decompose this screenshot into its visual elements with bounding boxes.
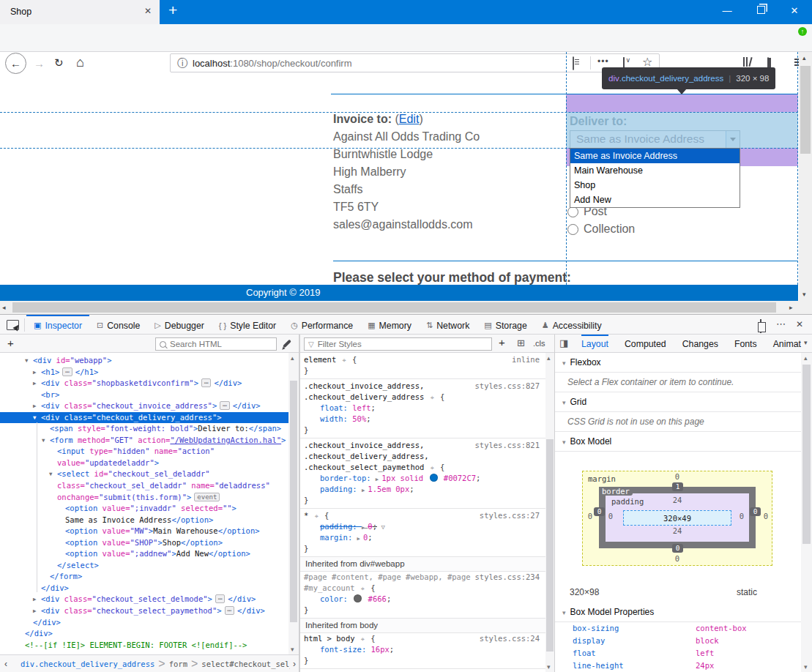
window-minimize-button[interactable]: —	[712, 5, 742, 20]
markup-line[interactable]: ▼<form method="GET" action="/WebUpdating…	[0, 435, 288, 447]
window-close-button[interactable]: ✕	[780, 5, 809, 20]
back-button[interactable]: ←	[5, 53, 26, 74]
padding-top-value[interactable]: 24	[670, 496, 685, 504]
markup-line[interactable]: <option value="MW">Main Warehouse</optio…	[0, 526, 288, 537]
browser-tab[interactable]: Shop ✕	[0, 0, 160, 24]
markup-line[interactable]: <option value=";invaddr" selected="">	[0, 503, 288, 515]
filter-styles-input[interactable]: ▽ Filter Styles	[304, 337, 492, 351]
markup-line[interactable]: onchange="submit(this.form)">event	[0, 492, 288, 504]
window-restore-button[interactable]	[746, 5, 775, 20]
rule-line[interactable]: float: left;	[300, 403, 545, 414]
rule-line[interactable]: }	[300, 495, 545, 506]
markup-line[interactable]: ▶<div class="checkout_select_paymethod">…	[0, 605, 288, 617]
dropdown-option[interactable]: Main Warehouse	[570, 163, 740, 178]
edit-link[interactable]: Edit	[399, 113, 420, 125]
markup-scroll-down-icon[interactable]: ▾	[291, 646, 294, 653]
border-top-value[interactable]: 1	[672, 482, 683, 491]
breadcrumb-forward-icon[interactable]: ›	[293, 659, 296, 669]
padding-bottom-value[interactable]: 24	[670, 526, 685, 535]
markup-line[interactable]: <option value="SHOP">Shop</option>	[0, 537, 288, 549]
markup-scroll-up-icon[interactable]: ▴	[291, 354, 294, 362]
markup-line[interactable]: <option value=";addnew">Add New</option>	[0, 548, 288, 560]
rule-line[interactable]: .checkout_invoice_address, styles.css:82…	[300, 438, 545, 451]
rule-line[interactable]: }	[300, 605, 545, 616]
markup-line[interactable]: class="checkout_sel_deladdr" name="delad…	[0, 480, 288, 492]
rule-line[interactable]: .checkout_select_paymethod ⌖ {	[300, 462, 545, 473]
horizontal-scrollbar[interactable]: ◂ ▸	[0, 301, 798, 314]
add-node-button[interactable]: +	[7, 337, 14, 349]
vertical-scrollbar-thumb[interactable]	[800, 66, 811, 154]
devtools-close-icon[interactable]: ✕	[796, 319, 803, 329]
markup-line[interactable]: <br>	[0, 389, 288, 401]
markup-line[interactable]: <!--[if !IE]> ELEMENT-BEGIN: FOOTER <![e…	[0, 640, 288, 652]
layout-scrollbar[interactable]: ▴ ▾	[801, 353, 812, 672]
rule-line[interactable]: element ⌖ { inline	[300, 354, 545, 365]
markup-line[interactable]: </select>	[0, 560, 288, 572]
layout-scrollbar-thumb[interactable]	[802, 365, 811, 544]
new-tab-button[interactable]: +	[168, 1, 177, 19]
breadcrumb-item[interactable]: div.checkout_delivery_address	[21, 660, 154, 668]
vertical-scrollbar[interactable]: ▴ ▾	[799, 52, 812, 301]
markup-line[interactable]: ▼<div class="checkout_delivery_address">	[0, 412, 288, 424]
boxmodel-properties-header[interactable]: ▾Box Model Properties	[555, 602, 801, 622]
rule-line[interactable]: Inherited from div#webapp	[300, 556, 545, 572]
sidebar-tab[interactable]: Fonts	[734, 335, 757, 353]
sidebar-tab[interactable]: Animat	[773, 335, 801, 353]
scroll-right-icon[interactable]: ▸	[789, 304, 793, 311]
responsive-mode-icon[interactable]	[760, 319, 761, 333]
sidebar-tab[interactable]: Changes	[682, 335, 718, 353]
markup-line[interactable]: </div>	[0, 583, 288, 594]
devtools-tab[interactable]: ⊡ Console	[89, 315, 147, 335]
markup-line[interactable]: </div>	[0, 617, 288, 629]
sidebar-tab[interactable]: Computed	[625, 335, 666, 353]
devtools-tab[interactable]: ▤ Storage	[477, 315, 534, 335]
rules-scrollbar[interactable]: ▴ ▾	[545, 353, 554, 672]
rule-line[interactable]: }	[300, 365, 545, 376]
sidebar-tab[interactable]: Layout	[581, 335, 608, 353]
devtools-tab[interactable]: ▦ Memory	[360, 315, 419, 335]
rules-scrollbar-thumb[interactable]	[546, 439, 554, 652]
radio-icon[interactable]	[567, 224, 578, 235]
border-bottom-value[interactable]: 0	[672, 544, 683, 553]
rules-scroll-up-icon[interactable]: ▴	[547, 354, 551, 362]
scroll-up-icon[interactable]: ▴	[802, 54, 806, 61]
class-panel-toggle[interactable]: .cls	[533, 339, 545, 348]
margin-right-value[interactable]: 0	[759, 512, 773, 520]
stylesheet-link[interactable]: styles.css:27	[480, 510, 540, 521]
boxmodel-content-box[interactable]: 320×49	[623, 510, 731, 526]
add-rule-button[interactable]: +	[499, 336, 505, 348]
rule-line[interactable]: }	[300, 655, 545, 666]
rule-line[interactable]: .checkout_invoice_address, styles.css:82…	[300, 378, 545, 392]
devtools-tab[interactable]: { } Style Editor	[212, 315, 283, 335]
markup-line[interactable]: <input type="hidden" name="action"	[0, 446, 288, 458]
devtools-tab[interactable]: ▣ Inspector	[26, 315, 89, 335]
markup-line[interactable]: value="updatedeladdr">	[0, 458, 288, 469]
home-button[interactable]: ⌂	[76, 55, 84, 70]
stylesheet-link[interactable]: styles.css:234	[474, 572, 540, 583]
rule-line[interactable]: width: 50%;	[300, 414, 545, 425]
layout-scroll-down-icon[interactable]: ▾	[804, 663, 808, 671]
rule-line[interactable]: .checkout_delivery_address ⌖ {	[300, 392, 545, 403]
grid-section-header[interactable]: ▾Grid	[555, 392, 801, 412]
markup-line[interactable]: ▼<select id="checkout_sel_deladdr"	[0, 468, 288, 480]
rule-line[interactable]: }	[300, 543, 545, 554]
rule-line[interactable]: font-size: 16px;	[300, 644, 545, 655]
forward-button[interactable]: →	[34, 57, 45, 70]
devtools-more-icon[interactable]: ⋯	[776, 318, 786, 329]
markup-line[interactable]: ▶<div class="shopbasketdivconfirm">⋯</di…	[0, 378, 288, 389]
site-info-icon[interactable]: ⓘ	[177, 57, 187, 70]
tab-close-icon[interactable]: ✕	[144, 6, 152, 16]
layout-scroll-up-icon[interactable]: ▴	[804, 354, 808, 362]
reload-button[interactable]: ↻	[54, 56, 64, 70]
markup-line[interactable]: <span style="font-weight: bold">Deliver …	[0, 423, 288, 435]
border-right-value[interactable]: 0	[750, 507, 761, 516]
boxmodel-property-row[interactable]: line-height 24px	[555, 660, 801, 672]
search-html-input[interactable]: Search HTML	[155, 337, 277, 351]
dropdown-option[interactable]: Same as Invoice Address	[570, 149, 740, 163]
markup-line[interactable]: ▶<h1>⋯</h1>	[0, 367, 288, 378]
rule-line[interactable]: color: #666;	[300, 594, 545, 605]
boxmodel-property-row[interactable]: display block	[555, 635, 801, 647]
stylesheet-link[interactable]: styles.css:827	[474, 381, 540, 392]
markup-line[interactable]: ▶<div class="checkout_invoice_address">⋯…	[0, 400, 288, 412]
markup-line[interactable]: </form>	[0, 571, 288, 583]
